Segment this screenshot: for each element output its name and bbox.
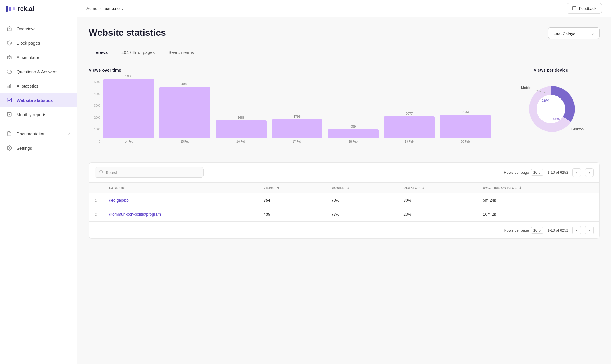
donut-chart-title: Views per device (534, 68, 568, 72)
sort-desktop-icon: ⇕ (422, 186, 425, 189)
bar-chart: 010002000300040005000 5635 14 Feb 4883 1… (89, 78, 491, 152)
table-toolbar: Rows per page 10 ⌵ 1-10 of 6252 ‹ › (89, 163, 599, 183)
svg-text:26%: 26% (542, 98, 549, 103)
sidebar-nav: Overview Block pages AI simulator Questi… (0, 18, 77, 364)
page-url-link[interactable]: /ledigajobb (109, 198, 129, 203)
svg-point-3 (9, 55, 10, 56)
main-content: Acme › acme.se ⌵ Feedback Website statis… (77, 0, 611, 364)
tab-search-terms[interactable]: Search terms (161, 47, 201, 58)
sidebar-item-ai-simulator-label: AI simulator (17, 55, 39, 60)
bar-chart-title: Views over time (89, 68, 491, 72)
sidebar-item-website-statistics[interactable]: Website statistics (0, 93, 77, 107)
sidebar-item-block-pages[interactable]: Block pages (0, 36, 77, 50)
bar (272, 119, 323, 138)
sidebar-item-monthly-reports[interactable]: Monthly reports (0, 107, 77, 122)
chart-bar-icon (6, 83, 13, 89)
bar (103, 79, 154, 138)
donut-chart-wrapper: Mobile Desktop 26% 74% (514, 78, 588, 141)
svg-point-22 (100, 170, 103, 173)
breadcrumb: Acme › acme.se ⌵ (86, 6, 124, 11)
pagination-info: Rows per page 10 ⌵ 1-10 of 6252 ‹ › (504, 168, 594, 177)
row-views: 435 (258, 207, 326, 221)
tab-views-label: Views (96, 50, 108, 55)
tab-views[interactable]: Views (89, 47, 115, 58)
feedback-icon (572, 6, 577, 11)
sidebar-item-documentation[interactable]: Documentation ↗ (0, 126, 77, 141)
row-views: 754 (258, 193, 326, 207)
y-axis-label: 2000 (89, 116, 102, 119)
bar-date-label: 17 Feb (293, 140, 301, 143)
chevron-down-icon: ⌵ (592, 31, 594, 36)
prev-page-button[interactable]: ‹ (572, 168, 581, 177)
rows-per-page-label: Rows per page (504, 170, 529, 175)
rows-per-page: Rows per page 10 ⌵ (504, 169, 543, 176)
footer-pagination-range: 1-10 of 6252 (547, 228, 568, 232)
bar (159, 87, 210, 138)
sidebar-item-questions-answers[interactable]: Questions & Answers (0, 64, 77, 79)
sort-views-icon: ▼ (277, 186, 280, 190)
table-head: PAGE URL VIEWS ▼ MOBILE ⇕ DESKTOP ⇕ (89, 183, 599, 193)
svg-point-16 (537, 95, 565, 123)
report-icon (6, 111, 13, 118)
rows-per-page-select[interactable]: 10 ⌵ (531, 169, 543, 176)
col-page-url: PAGE URL (103, 183, 258, 193)
svg-rect-9 (10, 84, 11, 88)
bar-group: 1799 17 Feb (272, 115, 323, 143)
col-views[interactable]: VIEWS ▼ (258, 183, 326, 193)
next-page-button[interactable]: › (585, 168, 594, 177)
page-title: Website statistics (89, 27, 166, 38)
bar-date-label: 19 Feb (405, 140, 414, 143)
sidebar-item-settings[interactable]: Settings (0, 141, 77, 155)
footer-next-page-button[interactable]: › (585, 226, 594, 234)
svg-rect-8 (9, 85, 10, 88)
tab-error-pages[interactable]: 404 / Error pages (115, 47, 161, 58)
breadcrumb-current[interactable]: acme.se ⌵ (103, 6, 124, 11)
footer-rows-select[interactable]: 10 ⌵ (531, 227, 543, 234)
logo-area: rek.ai ← (0, 0, 77, 18)
svg-text:Mobile: Mobile (521, 86, 531, 90)
chevron-down-icon: ⌵ (539, 170, 541, 175)
bar-date-label: 18 Feb (349, 140, 358, 143)
search-wrap (95, 167, 204, 178)
sidebar-item-settings-label: Settings (17, 146, 32, 151)
bar (216, 120, 267, 138)
bar-group: 2233 20 Feb (440, 110, 491, 143)
sidebar-item-overview[interactable]: Overview (0, 21, 77, 36)
bar-group: 5635 14 Feb (103, 74, 154, 143)
block-icon (6, 40, 13, 46)
bar-date-label: 15 Feb (180, 140, 189, 143)
feedback-button[interactable]: Feedback (567, 3, 602, 14)
date-filter-dropdown[interactable]: Last 7 days ⌵ (548, 27, 600, 39)
bar (328, 129, 379, 138)
y-axis-label: 3000 (89, 104, 102, 107)
table-row: 2 /kommun-och-politik/program 435 77% 23… (89, 207, 599, 221)
search-input[interactable] (106, 170, 199, 175)
footer-prev-page-button[interactable]: ‹ (572, 226, 581, 234)
sidebar: rek.ai ← Overview Block pages AI simulat… (0, 0, 77, 364)
rows-per-page-value: 10 (533, 170, 537, 175)
svg-line-1 (8, 41, 11, 45)
col-mobile[interactable]: MOBILE ⇕ (326, 183, 398, 193)
y-axis: 010002000300040005000 (89, 78, 103, 143)
svg-text:74%: 74% (552, 117, 560, 121)
logo-text: rek.ai (18, 5, 34, 13)
sort-mobile-icon: ⇕ (347, 186, 350, 189)
svg-line-23 (102, 173, 103, 173)
col-desktop[interactable]: DESKTOP ⇕ (398, 183, 477, 193)
topbar: Acme › acme.se ⌵ Feedback (77, 0, 611, 17)
bar-value-label: 859 (350, 125, 356, 128)
cloud-icon (6, 68, 13, 75)
sidebar-item-ai-simulator[interactable]: AI simulator (0, 50, 77, 64)
sidebar-collapse-button[interactable]: ← (66, 6, 71, 12)
sidebar-item-ai-statistics[interactable]: AI statistics (0, 79, 77, 93)
bar-value-label: 5635 (125, 74, 132, 78)
bar-date-label: 14 Feb (124, 140, 133, 143)
row-desktop: 30% (398, 193, 477, 207)
col-views-label: VIEWS (263, 186, 274, 190)
bar-value-label: 2233 (462, 110, 469, 114)
date-filter-label: Last 7 days (553, 31, 575, 36)
page-url-link[interactable]: /kommun-och-politik/program (109, 212, 161, 217)
table-row: 1 /ledigajobb 754 70% 30% 5m 24s (89, 193, 599, 207)
col-avg-time[interactable]: AVG. TIME ON PAGE ⇕ (477, 183, 599, 193)
bar-value-label: 1799 (293, 115, 300, 118)
